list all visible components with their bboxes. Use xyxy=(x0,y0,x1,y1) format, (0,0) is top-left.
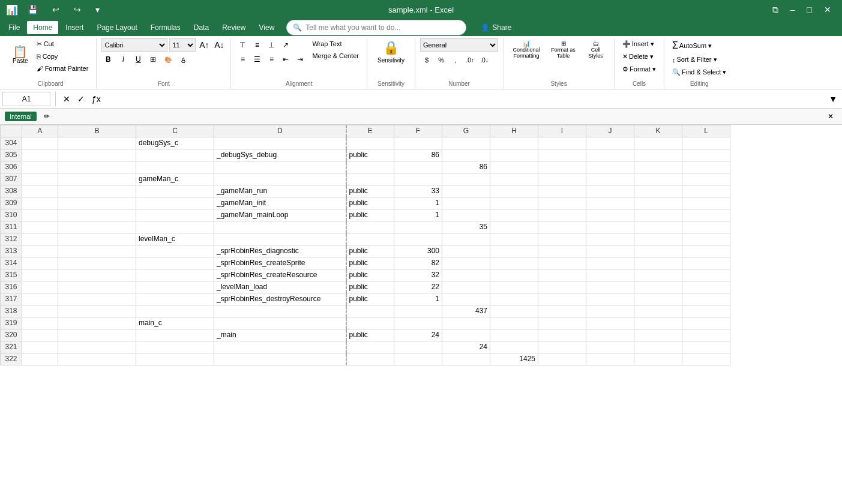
cell-C317[interactable] xyxy=(136,293,214,305)
cell-A311[interactable] xyxy=(22,221,58,233)
cell-I314[interactable] xyxy=(538,257,586,269)
cell-J309[interactable] xyxy=(586,197,634,209)
cell-G322[interactable] xyxy=(442,353,490,365)
cell-E319[interactable] xyxy=(346,317,394,329)
cell-B322[interactable] xyxy=(58,353,136,365)
cell-C316[interactable] xyxy=(136,281,214,293)
cell-D318[interactable] xyxy=(214,305,346,317)
cell-A309[interactable] xyxy=(22,197,58,209)
cell-F321[interactable] xyxy=(394,341,442,353)
cell-L310[interactable] xyxy=(682,209,730,221)
cell-A306[interactable] xyxy=(22,161,58,173)
cell-C319[interactable]: main_c xyxy=(136,317,214,329)
cell-L307[interactable] xyxy=(682,173,730,185)
cell-L318[interactable] xyxy=(682,305,730,317)
cell-F310[interactable]: 1 xyxy=(394,209,442,221)
cell-L305[interactable] xyxy=(682,149,730,161)
cell-A321[interactable] xyxy=(22,341,58,353)
cell-K310[interactable] xyxy=(634,209,682,221)
menu-file[interactable]: File xyxy=(2,21,26,34)
cell-J313[interactable] xyxy=(586,245,634,257)
cell-L304[interactable] xyxy=(682,137,730,149)
cell-E314[interactable]: public xyxy=(346,257,394,269)
cell-L315[interactable] xyxy=(682,269,730,281)
cell-D316[interactable]: _levelMan_load xyxy=(214,281,346,293)
percent-btn[interactable]: % xyxy=(435,53,448,67)
confirm-formula-btn[interactable]: ✓ xyxy=(75,94,87,104)
cell-D311[interactable] xyxy=(214,221,346,233)
cell-styles-button[interactable]: 🗂 Cell Styles xyxy=(582,38,609,61)
cell-C305[interactable] xyxy=(136,149,214,161)
cell-E322[interactable] xyxy=(346,353,394,365)
cell-G305[interactable] xyxy=(442,149,490,161)
cell-G316[interactable] xyxy=(442,281,490,293)
cell-F313[interactable]: 300 xyxy=(394,245,442,257)
font-grow-btn[interactable]: A↑ xyxy=(197,38,211,52)
cell-D304[interactable] xyxy=(214,137,346,149)
cell-K308[interactable] xyxy=(634,185,682,197)
cell-G308[interactable] xyxy=(442,185,490,197)
cell-A317[interactable] xyxy=(22,293,58,305)
cell-L322[interactable] xyxy=(682,353,730,365)
italic-button[interactable]: I xyxy=(116,53,130,66)
cell-H319[interactable] xyxy=(490,317,538,329)
cell-F308[interactable]: 33 xyxy=(394,185,442,197)
cell-B318[interactable] xyxy=(58,305,136,317)
table-row[interactable]: 309_gameMan_initpublic1 xyxy=(1,197,730,209)
cell-J316[interactable] xyxy=(586,281,634,293)
align-left-btn[interactable]: ≡ xyxy=(236,53,249,66)
menu-home[interactable]: Home xyxy=(27,21,58,34)
cell-D305[interactable]: _debugSys_debug xyxy=(214,149,346,161)
cancel-formula-btn[interactable]: ✕ xyxy=(61,94,73,104)
cell-C320[interactable] xyxy=(136,329,214,341)
border-button[interactable]: ⊞ xyxy=(146,53,160,66)
cell-A308[interactable] xyxy=(22,185,58,197)
cell-L312[interactable] xyxy=(682,233,730,245)
cell-I308[interactable] xyxy=(538,185,586,197)
cell-G312[interactable] xyxy=(442,233,490,245)
cell-A312[interactable] xyxy=(22,233,58,245)
cell-C318[interactable] xyxy=(136,305,214,317)
cell-B313[interactable] xyxy=(58,245,136,257)
cell-K313[interactable] xyxy=(634,245,682,257)
cell-C306[interactable] xyxy=(136,161,214,173)
redo-btn[interactable]: ↪ xyxy=(69,2,86,17)
cell-E308[interactable]: public xyxy=(346,185,394,197)
cell-reference-input[interactable] xyxy=(2,92,50,106)
table-row[interactable]: 315_sprRobinRes_createResourcepublic32 xyxy=(1,269,730,281)
cell-J305[interactable] xyxy=(586,149,634,161)
cell-F319[interactable] xyxy=(394,317,442,329)
cell-B315[interactable] xyxy=(58,269,136,281)
cell-C311[interactable] xyxy=(136,221,214,233)
cell-K312[interactable] xyxy=(634,233,682,245)
cell-B308[interactable] xyxy=(58,185,136,197)
cell-D312[interactable] xyxy=(214,233,346,245)
cell-F304[interactable] xyxy=(394,137,442,149)
cell-D307[interactable] xyxy=(214,173,346,185)
cell-E317[interactable]: public xyxy=(346,293,394,305)
merge-center-button[interactable]: Merge & Center xyxy=(309,50,362,61)
cell-I317[interactable] xyxy=(538,293,586,305)
cell-I319[interactable] xyxy=(538,317,586,329)
cell-J307[interactable] xyxy=(586,173,634,185)
font-shrink-btn[interactable]: A↓ xyxy=(212,38,226,52)
cell-B320[interactable] xyxy=(58,329,136,341)
cell-F320[interactable]: 24 xyxy=(394,329,442,341)
cell-J317[interactable] xyxy=(586,293,634,305)
cell-J315[interactable] xyxy=(586,269,634,281)
cut-button[interactable]: ✂ Cut xyxy=(34,38,92,50)
cell-J314[interactable] xyxy=(586,257,634,269)
cell-J320[interactable] xyxy=(586,329,634,341)
align-middle-btn[interactable]: ≡ xyxy=(250,38,263,52)
align-bottom-btn[interactable]: ⊥ xyxy=(265,38,278,52)
cell-D314[interactable]: _sprRobinRes_createSprite xyxy=(214,257,346,269)
cell-B321[interactable] xyxy=(58,341,136,353)
cell-L319[interactable] xyxy=(682,317,730,329)
cell-E306[interactable] xyxy=(346,161,394,173)
cell-D308[interactable]: _gameMan_run xyxy=(214,185,346,197)
cell-E311[interactable] xyxy=(346,221,394,233)
cell-H305[interactable] xyxy=(490,149,538,161)
cell-A322[interactable] xyxy=(22,353,58,365)
menu-view[interactable]: View xyxy=(253,21,281,34)
cell-A316[interactable] xyxy=(22,281,58,293)
